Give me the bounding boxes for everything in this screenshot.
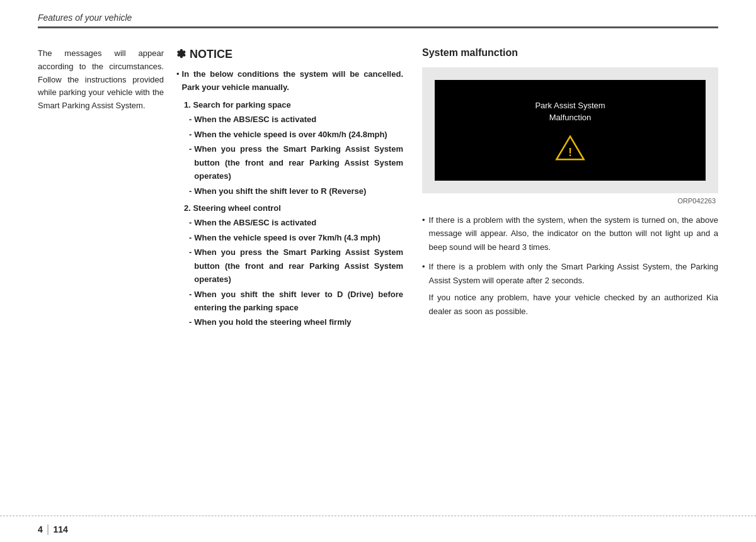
bullet-icon: •	[176, 67, 180, 94]
footer-separator-icon: |	[47, 522, 50, 536]
right-bullet-2: • If there is a problem with only the Sm…	[422, 260, 718, 318]
section1-item-3-text: When you press the Smart Parking Assist …	[194, 142, 403, 183]
section2-item-4-text: When you shift the shift lever to D (Dri…	[194, 288, 403, 315]
notice-title: NOTICE	[190, 48, 232, 61]
footer-page: 114	[53, 524, 67, 534]
section2-item-1: - When the ABS/ESC is activated	[189, 216, 403, 229]
notice-content: • In the below conditions the system wil…	[176, 67, 403, 329]
section2-item-5: - When you hold the steering wheel firml…	[189, 315, 403, 329]
notice-bullet-1: • In the below conditions the system wil…	[176, 67, 403, 94]
section2-title: 2. Steering wheel control	[184, 201, 403, 215]
notice-header: ✽ NOTICE	[176, 47, 403, 61]
intro-text: The messages will appear according to th…	[38, 47, 164, 113]
section1-item-1-text: When the ABS/ESC is activated	[194, 113, 316, 126]
extra-paragraph: If you notice any problem, have your veh…	[429, 291, 718, 318]
right-bullet-1: • If there is a problem with the system,…	[422, 213, 718, 254]
notice-column: ✽ NOTICE • In the below conditions the s…	[176, 47, 416, 330]
section1-item-4: - When you shift the shift lever to R (R…	[189, 184, 403, 198]
section2-item-2-text: When the vehicle speed is over 7km/h (4.…	[194, 231, 380, 244]
header-title: Features of your vehicle	[38, 13, 132, 23]
right-bullet-2-text: If there is a problem with only the Smar…	[429, 262, 718, 285]
right-column-title: System malfunction	[422, 47, 718, 59]
section1-item-4-text: When you shift the shift lever to R (Rev…	[194, 184, 366, 198]
section1-item-2-text: When the vehicle speed is over 40km/h (2…	[194, 128, 387, 141]
right-bullet-1-icon: •	[422, 213, 425, 254]
right-bullets: • If there is a problem with the system,…	[422, 213, 718, 318]
section2-item-2: - When the vehicle speed is over 7km/h (…	[189, 231, 403, 244]
display-screen-wrapper: Park Assist System Malfunction !	[422, 67, 718, 193]
section2-item-3: - When you press the Smart Parking Assis…	[189, 246, 403, 286]
left-column: The messages will appear according to th…	[38, 47, 176, 330]
svg-text:!: !	[568, 145, 572, 159]
section1-title: 1. Search for parking space	[184, 98, 403, 111]
right-bullet-2-content: If there is a problem with only the Smar…	[429, 260, 718, 318]
page-header: Features of your vehicle	[38, 0, 718, 28]
section2-item-3-text: When you press the Smart Parking Assist …	[194, 246, 403, 286]
footer-section: 4	[38, 524, 43, 534]
right-column: System malfunction Park Assist System Ma…	[416, 47, 718, 330]
section1-items: - When the ABS/ESC is activated - When t…	[184, 113, 403, 198]
notice-star-icon: ✽	[176, 47, 186, 61]
section2-item-5-text: When you hold the steering wheel firmly	[194, 315, 351, 329]
section2-item-4: - When you shift the shift lever to D (D…	[189, 288, 403, 315]
content-area: The messages will appear according to th…	[38, 47, 718, 330]
image-caption: ORP042263	[422, 197, 718, 205]
notice-bullet-1-text: In the below conditions the system will …	[182, 67, 403, 94]
right-bullet-2-icon: •	[422, 260, 425, 318]
section1-item-1: - When the ABS/ESC is activated	[189, 113, 403, 126]
screen-malfunction-text: Park Assist System Malfunction	[535, 99, 605, 124]
section1-item-2: - When the vehicle speed is over 40km/h …	[189, 128, 403, 141]
right-bullet-1-text: If there is a problem with the system, w…	[429, 213, 718, 254]
warning-triangle-icon: !	[554, 134, 586, 162]
display-screen: Park Assist System Malfunction !	[435, 80, 706, 181]
section2-item-1-text: When the ABS/ESC is activated	[194, 216, 316, 229]
footer: 4 | 114	[0, 516, 756, 542]
section1-item-3: - When you press the Smart Parking Assis…	[189, 142, 403, 183]
screen-line2: Malfunction	[549, 113, 591, 122]
section2-items: - When the ABS/ESC is activated - When t…	[184, 216, 403, 329]
screen-line1: Park Assist System	[535, 101, 605, 110]
